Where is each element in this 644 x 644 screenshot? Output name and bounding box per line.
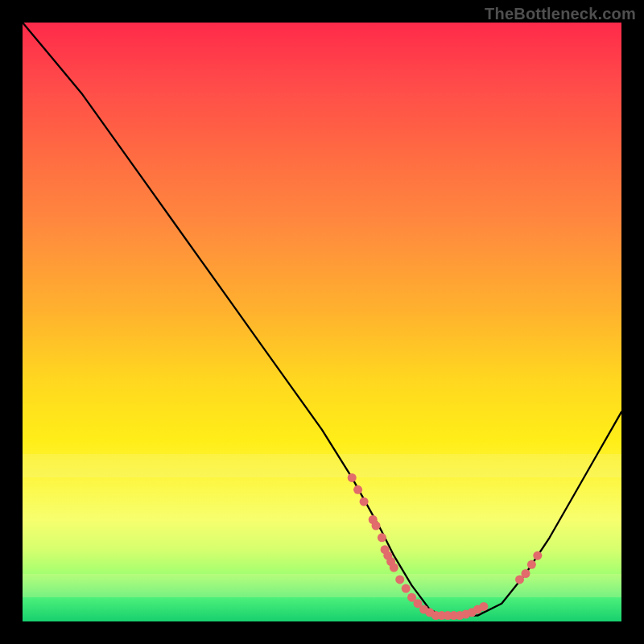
data-point xyxy=(348,473,357,482)
data-point xyxy=(527,560,536,569)
data-point xyxy=(479,602,488,611)
chart-plot-area xyxy=(23,23,621,621)
data-point xyxy=(522,569,530,578)
bottleneck-curve xyxy=(23,23,621,616)
data-point xyxy=(372,522,381,530)
data-point xyxy=(395,575,404,584)
data-point xyxy=(360,497,369,506)
chart-svg xyxy=(23,23,621,621)
data-markers xyxy=(348,473,543,620)
data-point xyxy=(378,533,386,542)
watermark-label: TheBottleneck.com xyxy=(485,5,636,23)
data-point xyxy=(533,551,542,560)
data-point xyxy=(402,584,411,593)
data-point xyxy=(353,485,362,494)
data-point xyxy=(390,564,398,572)
